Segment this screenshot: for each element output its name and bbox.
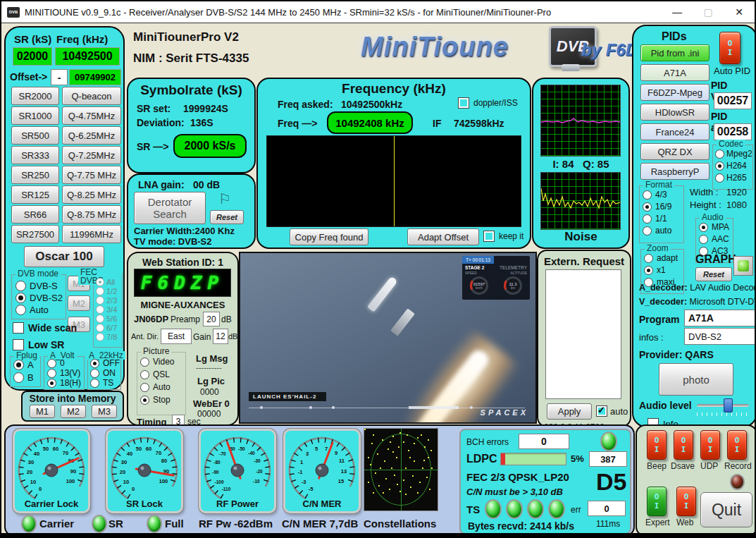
oscar100-button[interactable]: Oscar 100 xyxy=(24,246,104,267)
webstation-panel: Web Station ID: 1 F6DZP MIGNE-AUXANCES J… xyxy=(127,252,239,426)
keep-it-checkbox[interactable]: keep it xyxy=(483,231,523,242)
radio-format-11[interactable]: 1/1 xyxy=(643,214,667,224)
store-m2-button[interactable]: M2 xyxy=(61,405,86,418)
preset-sr-button[interactable]: SR1000 xyxy=(11,106,59,125)
ant-dir-value[interactable]: East xyxy=(161,329,192,344)
pid-audio-value[interactable]: 00258 xyxy=(714,123,752,140)
radio-avolt-0[interactable]: 0 xyxy=(47,358,65,368)
close-button[interactable]: ✕ xyxy=(724,1,755,23)
radio-audio-mpa[interactable]: MPA xyxy=(699,222,729,232)
preset-sr-button[interactable]: SR66 xyxy=(11,205,59,224)
radio-fec-23[interactable]: 2/3 xyxy=(96,296,117,305)
doppler-checkbox[interactable]: doppler/ISS xyxy=(458,97,518,109)
radio-picture-video[interactable]: Video xyxy=(140,357,174,367)
expert-toggle[interactable]: OI xyxy=(647,487,667,516)
radio-zoom-x1[interactable]: x1 xyxy=(644,265,666,275)
photo-button[interactable]: photo xyxy=(659,363,733,396)
pid-preset-button[interactable]: F6DZP-Mpeg xyxy=(640,84,709,101)
radio-auto[interactable]: Auto xyxy=(16,305,49,315)
radio-fec-78[interactable]: 7/8 xyxy=(96,333,117,341)
minimize-button[interactable]: — xyxy=(662,1,693,23)
radio-fec-12[interactable]: 1/2 xyxy=(96,287,117,295)
graph-led-button[interactable] xyxy=(733,256,753,276)
preset-sr-button[interactable]: SR500 xyxy=(11,126,59,145)
program-field[interactable]: A71A xyxy=(684,310,756,326)
radio-format-169[interactable]: 16/9 xyxy=(643,202,671,212)
store-m3-button[interactable]: M3 xyxy=(92,405,117,418)
radio-picture-stop[interactable]: Stop xyxy=(140,395,171,405)
auto-checkbox[interactable]: auto xyxy=(596,405,628,417)
maximize-button[interactable]: ▢ xyxy=(693,1,724,23)
radio-fec-56[interactable]: 5/6 xyxy=(96,314,117,323)
radio-fec-34[interactable]: 3/4 xyxy=(96,305,117,314)
radio-format-auto[interactable]: auto xyxy=(643,226,671,236)
pid-preset-button[interactable]: QRZ DX xyxy=(640,143,709,160)
preamp-value[interactable]: 20 xyxy=(203,312,220,326)
radio-picture-qsl[interactable]: QSL xyxy=(140,369,170,379)
radio-audio-aac[interactable]: AAC xyxy=(699,234,729,244)
record-toggle[interactable]: OI xyxy=(727,430,747,460)
preset-freq-button[interactable]: Q-beacon xyxy=(62,87,121,105)
preset-freq-button[interactable]: Q-6.25MHz xyxy=(62,126,121,145)
radio-format-43[interactable]: 4/3 xyxy=(643,190,667,200)
radio-codec-h265[interactable]: H265 xyxy=(715,173,747,183)
preset-freq-button[interactable]: Q-7.25MHz xyxy=(62,146,121,164)
slider-thumb[interactable] xyxy=(724,398,733,412)
radio-avolt-13v[interactable]: 13(V) xyxy=(47,368,80,378)
radio-fec-all[interactable]: All xyxy=(96,278,115,286)
store-m1-button[interactable]: M1 xyxy=(30,405,55,418)
copy-freq-button[interactable]: Copy Freq found xyxy=(290,228,368,245)
gain-value[interactable]: 12 xyxy=(213,329,228,344)
radio-dvb-s[interactable]: DVB-S xyxy=(16,281,58,291)
radio-fec-67[interactable]: 6/7 xyxy=(96,324,117,332)
memory-recall-m2[interactable]: M2 xyxy=(68,295,90,311)
dsave-toggle[interactable]: OI xyxy=(674,430,693,460)
derotator-reset-button[interactable]: Reset xyxy=(210,210,244,224)
preset-sr-button[interactable]: SR125 xyxy=(11,185,59,204)
radio-codec-h264[interactable]: H264 xyxy=(715,161,747,171)
graph-reset-button[interactable]: Reset xyxy=(695,267,732,281)
radio-avolt-18h[interactable]: 18(H) xyxy=(47,378,81,388)
pid-preset-button[interactable]: RaspberryP xyxy=(640,163,709,180)
pid-preset-button[interactable]: France24 xyxy=(640,123,709,140)
web-toggle[interactable]: OI xyxy=(676,487,696,516)
radio-22k-off[interactable]: OFF xyxy=(90,358,120,368)
preset-sr-button[interactable]: SR333 xyxy=(11,146,59,164)
pid-preset-button[interactable]: A71A xyxy=(640,64,709,81)
adapt-offset-button[interactable]: Adapt Offset xyxy=(407,228,479,245)
preset-sr-button[interactable]: SR250 xyxy=(11,166,59,184)
pid-from-ini-button[interactable]: Pid from .ini xyxy=(640,44,709,61)
radio-fplug-a[interactable]: A xyxy=(13,360,34,370)
preset-freq-button[interactable]: 11996MHz xyxy=(62,225,121,243)
radio-fplug-b[interactable]: B xyxy=(13,372,34,383)
derotator-search-button[interactable]: DerotatorSearch xyxy=(134,192,206,224)
audio-level-slider[interactable] xyxy=(697,404,749,407)
radio-22k-ts[interactable]: TS xyxy=(90,378,113,388)
radio-picture-auto[interactable]: Auto xyxy=(140,382,171,392)
pid-preset-button[interactable]: HDlowSR xyxy=(640,104,709,121)
pid-video-value[interactable]: 00257 xyxy=(714,92,752,109)
carrier-led xyxy=(21,515,37,533)
infos-field[interactable]: DVB-S2 xyxy=(684,328,756,345)
radio-zoom-adapt[interactable]: adapt xyxy=(644,253,678,263)
radio-dvb-s2[interactable]: DVB-S2 xyxy=(16,293,63,303)
apply-button[interactable]: Apply xyxy=(547,403,592,420)
auto-pid-toggle[interactable]: OI xyxy=(719,32,740,64)
preset-freq-button[interactable]: Q-4.75MHz xyxy=(62,106,121,125)
beep-toggle[interactable]: OI xyxy=(647,430,667,460)
preset-freq-button[interactable]: Q-8.75 MHz xyxy=(62,205,121,224)
extern-title: Extern. Request xyxy=(538,255,630,267)
udp-toggle[interactable]: OI xyxy=(700,430,720,460)
low-sr-checkbox[interactable]: Low SR xyxy=(13,339,64,350)
preset-freq-button[interactable]: Q-7.75 MHz xyxy=(62,166,121,184)
preset-sr-button[interactable]: SR27500 xyxy=(11,225,59,243)
preset-freq-button[interactable]: Q-8.25 MHz xyxy=(62,185,121,204)
extern-textarea[interactable] xyxy=(545,269,621,399)
quit-button[interactable]: Quit xyxy=(700,492,752,527)
radio-codec-mpeg2[interactable]: Mpeg2 xyxy=(715,149,752,159)
wide-scan-checkbox[interactable]: Wide scan xyxy=(13,322,77,334)
radio-dot xyxy=(643,214,652,224)
offset-sign-box[interactable]: - xyxy=(51,69,68,85)
radio-22k-on[interactable]: ON xyxy=(90,368,116,378)
preset-sr-button[interactable]: SR2000 xyxy=(11,87,59,105)
